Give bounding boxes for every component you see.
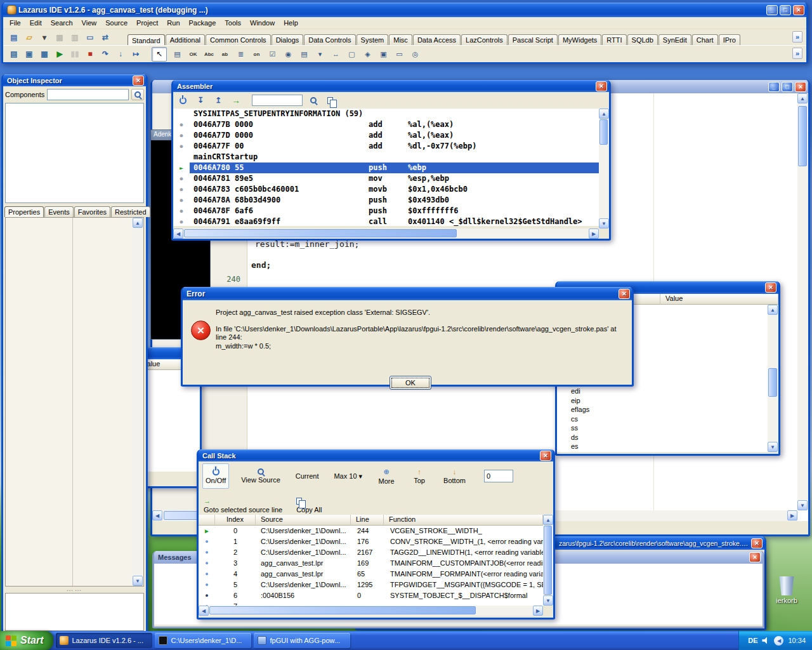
- register-row-ds[interactable]: ds: [557, 433, 768, 442]
- scroll-down-button[interactable]: ▼: [133, 576, 143, 586]
- search-button[interactable]: [306, 94, 320, 107]
- column-header-function[interactable]: Function: [384, 515, 543, 526]
- component-listbox[interactable]: ▤: [296, 47, 312, 62]
- filter-button[interactable]: [131, 89, 144, 100]
- power-button[interactable]: [176, 94, 190, 107]
- pause-button[interactable]: ▮▮: [68, 48, 82, 61]
- scroll-up-button[interactable]: ▲: [768, 305, 778, 315]
- register-row-eflags[interactable]: eflags: [557, 405, 768, 415]
- close-button[interactable]: ✕: [765, 282, 776, 293]
- copy-button[interactable]: [324, 94, 338, 107]
- close-button[interactable]: ✕: [133, 76, 144, 86]
- close-button[interactable]: ✕: [795, 82, 806, 92]
- taskbar-task-console[interactable]: C:\Users\denker_1\D...: [155, 633, 251, 648]
- component-button[interactable]: OK: [185, 47, 201, 62]
- asm-code-row[interactable]: ●0046A77B 0000add%al,(%eax): [173, 119, 609, 130]
- assembler-vertical-scrollbar[interactable]: ▲ ▼: [599, 109, 609, 229]
- close-button[interactable]: ✕: [619, 289, 630, 299]
- on-off-button[interactable]: On/Off: [202, 463, 229, 489]
- main-titlebar[interactable]: Lazarus IDE v1.2.6 - agg_canvas_test (de…: [3, 3, 806, 17]
- step-into-button[interactable]: ↓: [114, 48, 128, 61]
- assembler-titlebar[interactable]: Assembler ✕: [173, 80, 609, 92]
- asm-code-row[interactable]: ●0046A78A 68b03d4900push$0x493db0: [173, 195, 609, 206]
- max-10-button[interactable]: Max 10 ▾: [331, 463, 365, 489]
- disassembly-view[interactable]: SYSINITPAS_SETUPENTRYINFORMATION (59)●00…: [173, 109, 609, 226]
- hide-icons-chevron[interactable]: ◀: [774, 636, 783, 646]
- component-memo[interactable]: ≣: [233, 47, 249, 62]
- tab-restricted[interactable]: Restricted: [111, 206, 150, 217]
- stack-depth-input[interactable]: [484, 470, 513, 482]
- menu-file[interactable]: File: [5, 18, 25, 28]
- component-checkbox[interactable]: ☑: [265, 47, 280, 62]
- column-header-index[interactable]: Index: [215, 515, 256, 526]
- splitter-handle[interactable]: ……: [3, 587, 146, 592]
- component-radio-group[interactable]: ◈: [360, 47, 376, 62]
- editor-vertical-scrollbar[interactable]: ▲ ▼: [797, 93, 808, 510]
- more-button[interactable]: ⊕More: [374, 463, 398, 489]
- assembler-horizontal-scrollbar[interactable]: ◀ ▶: [173, 229, 599, 239]
- asm-code-row[interactable]: ●0046A783 c605b0bc460001movb$0x1,0x46bcb…: [173, 184, 609, 195]
- palette-tab-lazcontrols[interactable]: LazControls: [461, 34, 508, 45]
- register-row-eip[interactable]: eip: [557, 396, 768, 406]
- new-form-button[interactable]: ▭: [83, 30, 97, 44]
- call-stack-row[interactable]: ►0C:\Users\denker_1\Downl...244VCGEN_STR…: [199, 526, 543, 536]
- component-groupbox[interactable]: ▢: [344, 47, 360, 62]
- menu-search[interactable]: Search: [46, 18, 77, 28]
- palette-tab-system[interactable]: System: [357, 34, 389, 45]
- register-row-ss[interactable]: ss: [557, 423, 768, 433]
- call-stack-row[interactable]: ●1C:\Users\denker_1\Downl...176CONV_STRO…: [199, 536, 543, 547]
- menu-run[interactable]: Run: [162, 18, 184, 28]
- palette-tab-data-controls[interactable]: Data Controls: [304, 34, 355, 45]
- open-file-button[interactable]: ▱: [22, 30, 36, 44]
- volume-icon[interactable]: [762, 637, 769, 644]
- call-stack-horizontal-scrollbar[interactable]: ◀ ▶: [199, 606, 543, 616]
- taskbar-task-fpgui[interactable]: fpGUI with AGG-pow...: [254, 633, 350, 648]
- column-header-line[interactable]: Line: [351, 515, 384, 526]
- close-button[interactable]: ✕: [749, 552, 761, 562]
- address-input[interactable]: [252, 95, 303, 106]
- scroll-up-button[interactable]: ▲: [543, 515, 553, 525]
- open-dropdown-button[interactable]: ▾: [37, 30, 51, 44]
- view-source-button[interactable]: View Source: [238, 463, 284, 489]
- minimize-button[interactable]: _: [768, 82, 780, 92]
- palette-tab-common-controls[interactable]: Common Controls: [206, 34, 271, 45]
- run-button[interactable]: ▶: [53, 48, 67, 61]
- view-forms-button[interactable]: ▣: [22, 48, 36, 61]
- call-stack-row[interactable]: ●4agg_canvas_test.lpr65TMAINFORM__FORMPA…: [199, 569, 543, 580]
- palette-tab-synedit[interactable]: SynEdit: [658, 34, 691, 45]
- view-windows-button[interactable]: ▦: [37, 48, 51, 61]
- component-check-group[interactable]: ▣: [376, 47, 391, 62]
- component-panel[interactable]: ▭: [391, 47, 407, 62]
- column-header-source[interactable]: Source: [256, 515, 351, 526]
- call-stack-vertical-scrollbar[interactable]: ▲ ▼: [543, 515, 553, 606]
- scroll-up-button[interactable]: ▲: [599, 109, 609, 119]
- close-button[interactable]: ✕: [751, 538, 763, 548]
- component-label[interactable]: Abc: [201, 47, 217, 62]
- menu-source[interactable]: Source: [101, 18, 132, 28]
- copy-all-button[interactable]: Copy All: [296, 498, 322, 514]
- asm-code-row[interactable]: ●0046A77F 00add%dl,-0x77(%ebp): [173, 141, 609, 152]
- scrollbar-thumb[interactable]: [209, 606, 476, 614]
- tab-events[interactable]: Events: [44, 206, 74, 217]
- component-toggle-box[interactable]: on: [249, 47, 265, 62]
- ok-button[interactable]: OK: [390, 376, 431, 390]
- register-row-cs[interactable]: cs: [557, 415, 768, 424]
- top-button[interactable]: ↑Top: [407, 463, 431, 489]
- toggle-form-unit-button[interactable]: ⇄: [98, 30, 112, 44]
- language-indicator[interactable]: DE: [748, 637, 757, 644]
- register-row-es[interactable]: es: [557, 442, 768, 451]
- palette-tab-misc[interactable]: Misc: [389, 34, 412, 45]
- property-grid[interactable]: ▲ ▼: [5, 217, 144, 587]
- scroll-left-button[interactable]: ◀: [173, 229, 183, 239]
- asm-label-row[interactable]: mainCRTStartup: [173, 152, 609, 162]
- step-over-button[interactable]: ↷: [98, 48, 112, 61]
- save-all-button[interactable]: ▥: [68, 30, 82, 44]
- call-stack-row[interactable]: ●3agg_canvas_test.lpr169TMAINFORM__CUSTO…: [199, 558, 543, 569]
- minimize-button[interactable]: _: [766, 5, 778, 15]
- palette-tab-data-access[interactable]: Data Access: [413, 34, 461, 45]
- bottom-button[interactable]: ↓Bottom: [440, 463, 469, 489]
- palette-tab-mywidgets[interactable]: MyWidgets: [558, 34, 601, 45]
- scrollbar-thumb[interactable]: [768, 368, 777, 397]
- object-inspector-titlebar[interactable]: Object Inspector ✕: [3, 74, 146, 86]
- component-action-list[interactable]: ◎: [407, 47, 423, 62]
